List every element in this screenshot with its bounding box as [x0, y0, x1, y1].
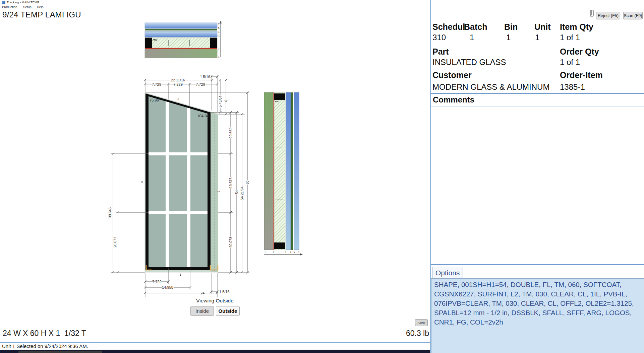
dim-bottom-4: 1 5/16 — [219, 290, 230, 294]
tab-options[interactable]: Options — [432, 267, 463, 278]
layer-number: 1 — [265, 251, 266, 254]
layer-number: 3 — [285, 251, 286, 254]
edge-label-left: 4 — [140, 181, 143, 183]
viewing-label: Viewing Outside — [181, 298, 248, 304]
order-item-value: 1385-1 — [560, 82, 585, 92]
dim-top-total: 22 11/16 — [171, 78, 185, 82]
elevation-view: 75.96° 104.04° 3 4 2 1 — [140, 93, 220, 277]
dim-right-8: 60 — [245, 181, 249, 185]
outside-button[interactable]: Outside — [216, 306, 240, 316]
options-section: Options SHAPE, 001SH=H1=54, DOUBLE, FL, … — [431, 264, 644, 353]
dim-top-seg3: 7.729 — [196, 82, 205, 86]
batch-label: Batch — [464, 22, 487, 32]
unit-value: 1 — [535, 33, 539, 42]
item-qty-label: Item Qty — [560, 22, 593, 32]
layer-number: 3 — [218, 35, 220, 38]
igu-drawing: ARG 6 5 4 3 2 1 75.96° 104.04° 3 4 2 1 — [0, 0, 429, 342]
dim-top-offset: 1 5/16 — [200, 75, 210, 79]
divider — [431, 93, 644, 94]
divider — [431, 264, 644, 265]
comments-area[interactable] — [431, 107, 644, 264]
angle-left: 75.96° — [150, 98, 160, 102]
schedule-value: 310 — [432, 33, 446, 42]
dim-right-7: 54 21/64 — [240, 186, 244, 200]
edge-label-bottom: 1 — [180, 273, 181, 276]
edge-label-top: 3 — [177, 97, 180, 101]
layer-number: 5 — [218, 27, 220, 29]
edge-label-right: 2 — [217, 191, 220, 192]
dim-bottom-3: 24 — [200, 291, 204, 295]
horizontal-section: ARG 6 5 4 3 2 1 — [145, 21, 222, 58]
dim-right-2: 6 — [224, 100, 228, 102]
inside-button[interactable]: Inside — [190, 306, 214, 316]
schedule-label: Schedul — [432, 22, 465, 32]
glass-area — [149, 96, 208, 268]
dim-left-2: 20.073 — [113, 237, 117, 248]
layer-number: 2 — [273, 251, 274, 254]
customer-value: MODERN GLASS & ALUMINUM — [432, 82, 549, 92]
info-panel: Reject (F5) Scan (F9) Schedul Batch Bin … — [430, 0, 644, 353]
item-qty-value: 1 of 1 — [560, 33, 580, 42]
bin-value: 1 — [506, 33, 511, 42]
order-item-label: Order-Item — [560, 70, 603, 80]
scan-button[interactable]: Scan (F9) — [623, 12, 643, 19]
layer-number: 1 — [218, 56, 220, 58]
batch-value: 1 — [470, 33, 474, 42]
taskbar — [0, 350, 430, 353]
layer-number: 2 — [218, 48, 220, 51]
unit-size: 24 W X 60 H X 1 1/32 T — [3, 329, 86, 338]
dim-right-5: 20.073 — [229, 237, 233, 248]
order-qty-label: Order Qty — [560, 47, 599, 57]
customer-label: Customer — [432, 70, 472, 80]
dim-right-4: 19.573 — [229, 178, 233, 188]
layer-number: 4 — [218, 31, 220, 33]
arg-label-v: ARG — [275, 100, 280, 102]
status-bar: Unit 1 Selected on 9/24/2024 9:36 AM. — [0, 342, 430, 350]
layer-number: 4 — [290, 251, 291, 254]
vertical-section: ARG 1 2 3 4 5 6 — [264, 92, 303, 256]
angle-right: 104.04° — [197, 114, 211, 118]
part-value: INSULATED GLASS — [432, 58, 506, 67]
taskbar-segment — [18, 351, 102, 353]
layer-number: 5 — [294, 251, 295, 254]
paperclip-icon — [588, 9, 595, 19]
bin-label: Bin — [504, 22, 518, 32]
layer-number: 6 — [298, 251, 299, 254]
dim-right-1: 5 43/64 — [218, 95, 222, 107]
layer-number: 6 — [218, 22, 220, 25]
reject-button[interactable]: Reject (F5) — [596, 12, 620, 19]
part-label: Part — [432, 47, 449, 57]
dim-top-seg1: 7.729 — [152, 82, 161, 86]
arg-label-h: ARG — [153, 39, 157, 41]
order-qty-value: 1 of 1 — [560, 58, 580, 67]
options-text: SHAPE, 001SH=H1=54, DOUBLE, FL, TM, 060,… — [431, 278, 644, 353]
dim-bottom-2: 14.958 — [162, 285, 173, 289]
comments-label: Comments — [433, 95, 474, 104]
unit-label: Unit — [534, 22, 551, 32]
unit-weight: 60.3 lb — [362, 329, 429, 338]
dim-right-3: 20.354 — [229, 128, 233, 138]
dim-right-6: 54 — [235, 190, 239, 194]
dim-left-1: 39.646 — [108, 207, 112, 218]
dim-bottom-1: 7.729 — [152, 280, 162, 284]
alerts-button[interactable]: Alerts — [415, 319, 428, 326]
dim-top-seg2: 7.229 — [173, 82, 183, 86]
